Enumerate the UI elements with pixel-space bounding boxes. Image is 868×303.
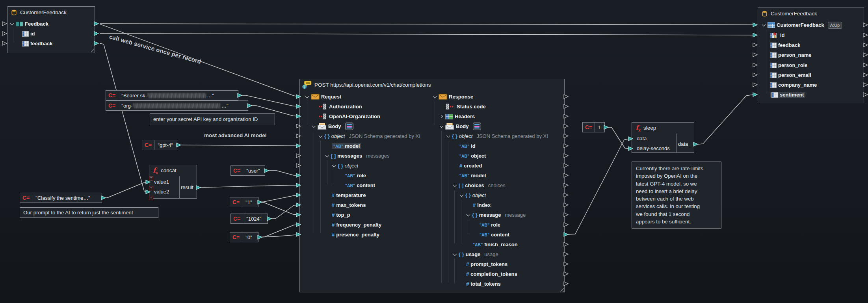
request-input-temperature[interactable] <box>296 193 301 197</box>
target-component-title[interactable]: CustomerFeedback <box>761 10 817 17</box>
node-usage[interactable]: { }usageusage <box>453 250 498 258</box>
request-input-Request[interactable] <box>296 94 301 99</box>
constant-delay_one[interactable]: C=1 <box>582 122 605 132</box>
output-connector-gpt4[interactable] <box>176 143 181 147</box>
sleep-function[interactable]: fxsleepdatadelay-secondsdata <box>632 122 694 153</box>
concat-function[interactable]: fxconcatvalue1value2result+++ <box>149 165 197 199</box>
input-connector-value2[interactable] <box>145 190 151 194</box>
webservice-title[interactable]: POST https://api.openai.com/v1/chat/comp… <box>302 80 431 89</box>
note-prompt[interactable]: Our prompt to the AI to return just the … <box>20 207 158 218</box>
chevron-down-icon[interactable] <box>466 213 470 217</box>
response-output-object[interactable] <box>563 153 569 158</box>
wire-content-sleep[interactable] <box>567 139 629 234</box>
response-output-choices[interactable] <box>563 183 569 188</box>
node-top-p[interactable]: #top_p <box>332 211 350 219</box>
constant-org[interactable]: C="org-…" <box>106 100 248 111</box>
request-input-top_p[interactable] <box>296 212 301 217</box>
chevron-down-icon[interactable] <box>439 124 444 128</box>
request-input-messages[interactable] <box>296 153 301 158</box>
response-output-Status code[interactable] <box>563 104 569 109</box>
output-connector-CustomerFeedback[interactable] <box>863 22 868 27</box>
node-response[interactable]: Response <box>433 93 473 101</box>
note-api-key[interactable]: enter your secret API key and organizati… <box>150 113 275 125</box>
request-input-object[interactable] <box>296 134 301 138</box>
node-content[interactable]: "AB"content <box>480 231 509 239</box>
chevron-down-icon[interactable] <box>433 95 437 99</box>
node-object[interactable]: { }object <box>459 191 486 199</box>
wire-result-content[interactable] <box>198 185 299 188</box>
wire-one-top-p[interactable] <box>259 202 299 215</box>
node-temperature[interactable]: #temperature <box>332 191 366 199</box>
constant-classify[interactable]: C="Classify the sentime…" <box>20 193 102 203</box>
input-connector-data[interactable] <box>628 136 633 141</box>
response-output-model[interactable] <box>563 173 569 178</box>
schemaBtn-icon[interactable] <box>473 123 481 130</box>
input-connector-id[interactable] <box>2 31 7 36</box>
constant-bearer[interactable]: C="Bearer sk-…" <box>106 90 238 100</box>
output-connector-delay_one[interactable] <box>604 125 609 130</box>
request-input-role[interactable] <box>296 173 301 178</box>
node-message[interactable]: { }messagemessage <box>466 211 526 219</box>
wire-user-role[interactable] <box>266 171 299 175</box>
response-output-message[interactable] <box>563 212 569 217</box>
output-connector-feedback[interactable] <box>863 43 868 47</box>
request-input-Authorization[interactable] <box>296 104 301 109</box>
node-feedback[interactable]: Feedback <box>10 20 48 28</box>
output-connector-company_name[interactable] <box>863 82 868 87</box>
response-output-role[interactable] <box>563 222 569 227</box>
input-connector-value1[interactable] <box>145 180 151 184</box>
chevron-down-icon[interactable] <box>332 164 336 168</box>
request-input-presence_penalty[interactable] <box>296 232 301 237</box>
wire-gpt4-model[interactable] <box>178 145 299 146</box>
node-total-tokens[interactable]: #total_tokens <box>466 280 501 288</box>
node-prompt-tokens[interactable]: #prompt_tokens <box>466 260 507 268</box>
sleep-function-title[interactable]: fxsleep <box>636 124 656 132</box>
node-model[interactable]: "AB"model <box>332 142 361 150</box>
input-connector-person_name[interactable] <box>753 52 758 57</box>
schemaBtn-icon[interactable] <box>345 123 353 130</box>
node-request[interactable]: Request <box>305 93 341 101</box>
response-output-usage[interactable] <box>563 252 569 257</box>
request-input-max_tokens[interactable] <box>296 203 301 207</box>
chevron-down-icon[interactable] <box>325 154 329 158</box>
chevron-down-icon[interactable] <box>318 134 323 138</box>
webservice-component[interactable] <box>299 79 565 292</box>
output-connector-person_email[interactable] <box>863 72 868 77</box>
node-object[interactable]: { }objectJSON Schema generated by XI <box>446 132 548 140</box>
add-input-button[interactable]: + <box>149 196 153 200</box>
response-output-Headers[interactable] <box>563 114 569 119</box>
request-input-content[interactable] <box>296 183 301 188</box>
constant-one[interactable]: C="1" <box>230 197 258 207</box>
node-index[interactable]: #index <box>473 201 491 209</box>
input-connector-feedback[interactable] <box>2 41 7 46</box>
chevron-down-icon[interactable] <box>305 95 309 99</box>
wire-sleep-sentiment[interactable] <box>698 95 753 144</box>
request-input-model[interactable] <box>296 143 301 148</box>
response-output-total_tokens[interactable] <box>563 281 569 286</box>
node-id[interactable]: id <box>22 30 35 38</box>
node-person-role[interactable]: person_role <box>770 61 807 69</box>
request-input-Body[interactable] <box>296 124 301 128</box>
wire-id[interactable] <box>100 33 755 35</box>
input-connector-Feedback[interactable] <box>2 21 7 26</box>
node-person-email[interactable]: person_email <box>770 71 811 79</box>
input-connector-feedback[interactable] <box>753 43 758 47</box>
node-body[interactable]: Body <box>312 122 353 130</box>
output-connector-Feedback[interactable] <box>94 21 99 26</box>
node-feedback[interactable]: feedback <box>22 39 52 48</box>
output-connector-zero[interactable] <box>257 235 262 240</box>
response-output-id[interactable] <box>563 143 569 148</box>
input-connector-person_role[interactable] <box>753 63 758 67</box>
node-authorization[interactable]: Authorization <box>318 102 362 111</box>
sort-badge[interactable]: A:Up <box>828 22 842 29</box>
chevron-down-icon[interactable] <box>453 252 457 257</box>
constant-tokens1024[interactable]: C="1024" <box>230 214 268 224</box>
node-model[interactable]: "AB"model <box>459 171 486 180</box>
node-role[interactable]: "AB"role <box>480 221 500 229</box>
node-role[interactable]: "AB"role <box>345 171 366 180</box>
wire-prompt-value1[interactable] <box>102 182 148 198</box>
response-output-index[interactable] <box>563 203 569 207</box>
wire-1024-max-tokens[interactable] <box>270 205 299 219</box>
chevron-right-icon[interactable] <box>439 114 444 119</box>
node-id[interactable]: "AB"id <box>459 142 476 150</box>
